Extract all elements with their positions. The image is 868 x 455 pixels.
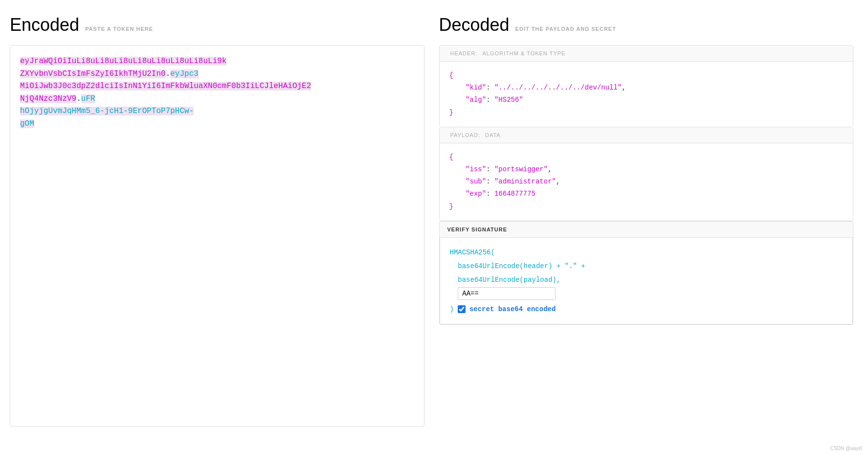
payload-sublabel: DATA — [485, 132, 501, 138]
token-dot-1: . — [166, 69, 171, 78]
verify-section: VERIFY SIGNATURE HMACSHA256( base64UrlEn… — [439, 221, 854, 325]
encoded-title-row: Encoded PASTE A TOKEN HERE — [10, 15, 424, 35]
encoded-subtitle: PASTE A TOKEN HERE — [85, 26, 153, 32]
payload-section: PAYLOAD: DATA { "iss": "portswigger", "s… — [439, 127, 854, 221]
header-kid-key: "kid" — [466, 84, 486, 91]
payload-section-body[interactable]: { "iss": "portswigger", "sub": "administ… — [440, 143, 853, 221]
header-section-body[interactable]: { "kid": "../../../../../../../dev/null"… — [440, 62, 853, 127]
token-part3-line5: hOjyjgUvmJqHMm5_6-jcH1-9ErOPToP7pHCw- — [20, 107, 194, 115]
encoded-title: Encoded — [10, 15, 79, 35]
payload-exp-key: "exp" — [466, 190, 486, 198]
payload-close-brace: } — [449, 203, 453, 210]
header-alg-key: "alg" — [466, 96, 486, 104]
verify-encode-header: base64UrlEncode(header) + "." + — [458, 262, 585, 270]
verify-section-header: VERIFY SIGNATURE — [440, 221, 853, 238]
token-part3-line4: uFR — [81, 94, 95, 103]
payload-sub-value: "administrator" — [494, 178, 556, 185]
verify-secret-row — [450, 287, 843, 300]
encoded-token-display[interactable]: eyJraWQiOiIuLi8uLi8uLi8uLi8uLi8uLi8uLi8u… — [10, 45, 424, 427]
verify-label: VERIFY SIGNATURE — [447, 227, 508, 232]
header-close-brace: } — [449, 109, 453, 116]
verify-line2: base64UrlEncode(payload), — [450, 273, 843, 287]
token-dot-2: . — [76, 94, 81, 103]
header-kid-value: "../../../../../../../dev/null" — [494, 84, 622, 91]
header-label: HEADER: — [450, 50, 478, 56]
payload-sub-key: "sub" — [466, 178, 486, 185]
header-open-brace: { — [449, 71, 453, 79]
verify-checkbox-row: ) secret base64 encoded — [450, 302, 843, 316]
header-sublabel: ALGORITHM & TOKEN TYPE — [482, 50, 565, 56]
token-part2-line3: MiOiJwb3J0c3dpZ2dlciIsInN1YiI6ImFkbWluaX… — [20, 82, 311, 91]
verify-line1: base64UrlEncode(header) + "." + — [450, 259, 843, 273]
watermark: CSDN @aayi0 — [830, 446, 862, 451]
checkbox-label: secret base64 encoded — [469, 302, 556, 316]
payload-open-brace: { — [449, 153, 453, 161]
decoded-panel: Decoded EDIT THE PAYLOAD AND SECRET HEAD… — [439, 15, 854, 440]
encoded-panel: Encoded PASTE A TOKEN HERE eyJraWQiOiIuL… — [10, 15, 424, 440]
token-part1-line1: eyJraWQiOiIuLi8uLi8uLi8uLi8uLi8uLi8uLi8u… — [20, 57, 226, 66]
token-part1-line2: ZXYvbnVsbCIsImFsZyI6IkhTMjU2In0 — [20, 69, 166, 78]
decoded-subtitle: EDIT THE PAYLOAD AND SECRET — [515, 26, 616, 32]
base64-encoded-checkbox[interactable] — [458, 305, 466, 313]
payload-exp-value: 1664877775 — [494, 190, 535, 198]
verify-encode-payload: base64UrlEncode(payload), — [458, 276, 560, 284]
token-part2-line4: NjQ4Nzc3NzV9 — [20, 94, 76, 103]
verify-func-text: HMACSHA256( — [450, 249, 495, 256]
header-alg-value: "HS256" — [494, 96, 523, 104]
token-part2-line2: eyJpc3 — [170, 69, 199, 78]
decoded-title: Decoded — [439, 15, 510, 35]
token-part3-line6: gOM — [20, 119, 34, 128]
payload-iss-key: "iss" — [466, 165, 486, 173]
header-section: HEADER: ALGORITHM & TOKEN TYPE { "kid": … — [439, 45, 854, 127]
verify-section-body: HMACSHA256( base64UrlEncode(header) + ".… — [440, 238, 853, 324]
decoded-title-row: Decoded EDIT THE PAYLOAD AND SECRET — [439, 15, 854, 35]
close-paren: ) — [450, 302, 454, 316]
payload-iss-value: "portswigger" — [494, 165, 548, 173]
payload-section-header: PAYLOAD: DATA — [440, 127, 853, 143]
header-section-header: HEADER: ALGORITHM & TOKEN TYPE — [440, 46, 853, 62]
payload-label: PAYLOAD: — [450, 132, 480, 138]
verify-func-line: HMACSHA256( — [450, 246, 843, 259]
secret-input[interactable] — [458, 287, 556, 300]
